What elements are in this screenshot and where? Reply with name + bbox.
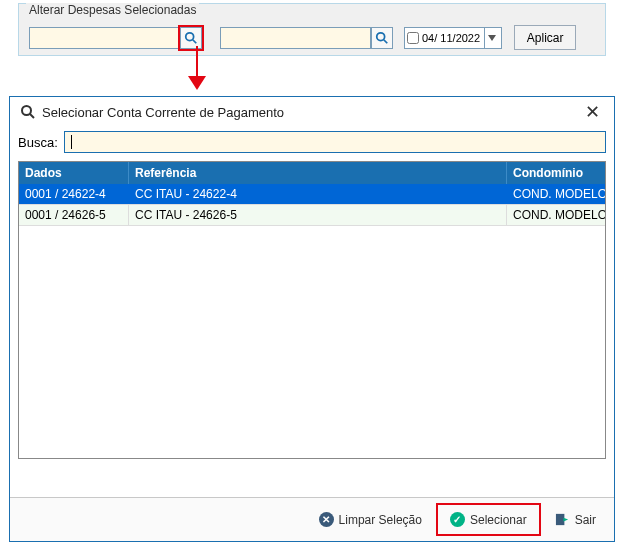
column-header-referencia[interactable]: Referência [129,162,507,184]
date-picker[interactable]: 04/ 11/2022 [404,27,502,49]
exit-label: Sair [575,513,596,527]
svg-point-4 [22,106,31,115]
clear-selection-button[interactable]: ✕ Limpar Seleção [309,507,432,532]
filter-input-2[interactable] [220,27,371,49]
svg-point-0 [186,32,194,40]
search-icon [375,31,389,45]
search-row: Busca: [10,127,614,161]
filter-input-1[interactable] [29,27,180,49]
filter-row: 04/ 11/2022 Aplicar [29,25,576,50]
chevron-down-icon [488,35,496,41]
apply-button[interactable]: Aplicar [514,25,576,50]
select-button[interactable]: ✓ Selecionar [440,507,537,532]
close-button[interactable]: ✕ [581,103,604,121]
column-header-dados[interactable]: Dados [19,162,129,184]
svg-line-3 [384,39,388,43]
search-label: Busca: [18,135,58,150]
table-row[interactable]: 0001 / 24622-4 CC ITAU - 24622-4 COND. M… [19,184,605,205]
exit-button[interactable]: Sair [545,507,606,532]
filter-panel-title: Alterar Despesas Selecionadas [26,3,199,17]
cell-dados: 0001 / 24626-5 [19,205,129,225]
dialog-titlebar: Selecionar Conta Corrente de Pagamento ✕ [10,97,614,127]
cell-condominio: COND. MODELO I [507,184,605,204]
select-label: Selecionar [470,513,527,527]
date-dropdown-icon[interactable] [484,28,499,48]
date-checkbox[interactable] [407,32,419,44]
cell-condominio: COND. MODELO I [507,205,605,225]
dialog-footer: ✕ Limpar Seleção ✓ Selecionar Sair [10,497,614,541]
cell-referencia: CC ITAU - 24626-5 [129,205,507,225]
search-input[interactable] [64,131,606,153]
svg-line-1 [193,39,197,43]
cell-dados: 0001 / 24622-4 [19,184,129,204]
search-icon [20,104,36,120]
highlight-arrow [190,46,204,92]
select-account-dialog: Selecionar Conta Corrente de Pagamento ✕… [9,96,615,542]
filter-panel: Alterar Despesas Selecionadas 04/ 11/202… [18,3,606,56]
data-grid-body[interactable]: 0001 / 24622-4 CC ITAU - 24622-4 COND. M… [18,184,606,459]
column-header-condominio[interactable]: Condomínio [507,162,605,184]
date-value: 04/ 11/2022 [422,32,482,44]
data-grid-header: Dados Referência Condomínio [18,161,606,184]
clear-icon: ✕ [319,512,334,527]
svg-line-5 [30,114,34,118]
svg-rect-6 [556,514,564,525]
svg-point-2 [377,32,385,40]
dialog-title: Selecionar Conta Corrente de Pagamento [42,105,284,120]
exit-icon [555,512,570,527]
cell-referencia: CC ITAU - 24622-4 [129,184,507,204]
filter-search-2-button[interactable] [371,27,393,49]
clear-label: Limpar Seleção [339,513,422,527]
search-icon [184,31,198,45]
check-icon: ✓ [450,512,465,527]
table-row[interactable]: 0001 / 24626-5 CC ITAU - 24626-5 COND. M… [19,205,605,226]
